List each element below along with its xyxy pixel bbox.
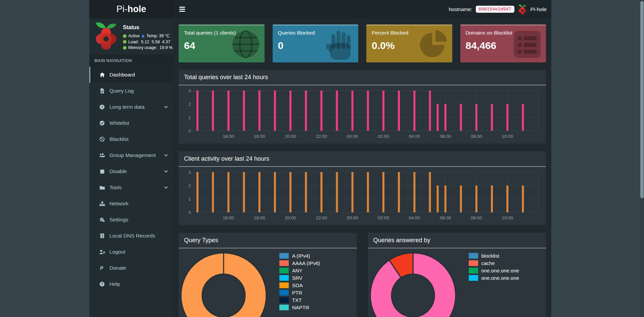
legend-item[interactable]: PTR — [279, 290, 320, 296]
address-book-icon — [98, 233, 106, 239]
sidebar-item-dashboard[interactable]: Dashboard — [89, 67, 173, 83]
navbar: hostname: 666154e2d947 Pi-hole — [173, 0, 551, 18]
sidebar-item-label: Network — [109, 201, 129, 207]
legend-item[interactable]: AAAA (IPv6) — [279, 260, 320, 266]
sidebar-item-disable[interactable]: Disable — [89, 163, 173, 179]
sidebar-item-group-management[interactable]: Group Management — [89, 147, 173, 163]
legend-item[interactable]: one.one.one.one — [469, 268, 519, 273]
legend-color-swatch — [279, 297, 289, 303]
card-domains-on-blocklist: Domains on Blocklist84,466 — [460, 24, 546, 62]
legend-item[interactable]: A (IPv4) — [279, 253, 320, 259]
raspberry-logo-icon — [518, 4, 527, 15]
legend-label: SRV — [292, 275, 303, 281]
pie-icon — [418, 29, 449, 61]
legend-item[interactable]: one.one.one.one — [469, 275, 519, 281]
legend-item[interactable]: blocklist — [469, 253, 519, 259]
status-line-load: Load: 5.12 5.58 4.37 — [123, 40, 173, 44]
legend-item[interactable]: SRV — [279, 275, 320, 281]
svg-text:3: 3 — [188, 88, 191, 93]
legend-item[interactable]: cache — [469, 260, 519, 266]
legend-item[interactable]: SOA — [279, 282, 320, 288]
sidebar-item-label: Local DNS Records — [109, 233, 155, 239]
clients-over-time-chart[interactable]: 012316:0018:0020:0022:0000:0002:0004:000… — [183, 169, 541, 222]
sidebar-item-settings[interactable]: Settings — [89, 212, 173, 228]
legend-item[interactable]: TXT — [279, 297, 320, 303]
svg-text:04:00: 04:00 — [409, 215, 420, 220]
legend-color-swatch — [279, 282, 289, 288]
app-logo[interactable]: Pi-hole — [89, 0, 173, 18]
legend-label: one.one.one.one — [481, 275, 519, 281]
users-icon — [98, 153, 106, 158]
panel-title: Query Types — [179, 233, 357, 248]
legend-color-swatch — [469, 275, 478, 281]
svg-text:18:00: 18:00 — [254, 215, 265, 220]
top-navbar: Pi-hole hostname: 666154e2d947 Pi-hole — [89, 0, 551, 18]
legend-label: TXT — [292, 297, 302, 303]
sidebar-item-logout[interactable]: Logout — [89, 244, 173, 260]
sidebar-item-label: Disable — [109, 168, 127, 174]
chevron-down-icon — [164, 154, 168, 157]
legend-color-swatch — [279, 260, 289, 266]
legend-item[interactable]: ANY — [279, 268, 320, 273]
legend-label: one.one.one.one — [481, 268, 519, 273]
scrollbar-thumb[interactable] — [640, 1, 644, 198]
question-icon: ? — [98, 281, 106, 287]
hostname-label: hostname: — [449, 6, 472, 12]
svg-text:06:00: 06:00 — [440, 134, 451, 139]
sidebar-item-label: Dashboard — [109, 72, 135, 78]
sidebar-item-label: Long term data — [109, 104, 144, 110]
app-box: Pi-hole hostname: 666154e2d947 Pi-hole — [89, 0, 551, 317]
sidebar-item-local-dns-records[interactable]: Local DNS Records — [89, 228, 173, 244]
green-status-dot-icon — [123, 40, 127, 44]
ban-icon — [98, 137, 106, 142]
svg-text:16:00: 16:00 — [223, 134, 234, 139]
svg-text:1: 1 — [188, 197, 191, 202]
paypal-icon: P — [98, 265, 106, 271]
sidebar-item-tools[interactable]: Tools — [89, 179, 173, 196]
green-status-dot-icon — [123, 34, 127, 38]
legend-label: PTR — [292, 290, 302, 296]
sitemap-icon — [98, 201, 106, 206]
legend-label: NAPTR — [292, 305, 309, 310]
legend-color-swatch — [279, 253, 289, 259]
sidebar-item-label: Donate — [109, 265, 126, 271]
legend-item[interactable]: NAPTR — [279, 305, 320, 310]
status-panel: Status Active Temp: 39 °C Load: 5.12 5.5… — [89, 18, 173, 55]
sidebar-item-donate[interactable]: PDonate — [89, 260, 173, 276]
sidebar-item-network[interactable]: Network — [89, 196, 173, 212]
page-scrollbar[interactable] — [640, 0, 644, 317]
sidebar-item-whitelist[interactable]: Whitelist — [89, 115, 173, 131]
chevron-down-icon — [164, 106, 168, 108]
query-types-panel: Query Types A (IPv4)AAAA (IPv6)ANYSRVSOA… — [179, 233, 357, 317]
queries-over-time-chart[interactable]: 012316:0018:0020:0022:0000:0002:0004:000… — [183, 87, 541, 141]
sidebar-item-long-term-data[interactable]: Long term data — [89, 99, 173, 115]
panel-title: Queries answered by — [368, 233, 546, 248]
sidebar-item-query-log[interactable]: Query Log — [89, 83, 173, 99]
legend-color-swatch — [279, 275, 289, 281]
sidebar-item-blacklist[interactable]: Blacklist — [89, 131, 173, 147]
sidebar-item-label: Query Log — [109, 88, 134, 94]
legend-color-swatch — [469, 268, 478, 273]
legend-color-swatch — [279, 290, 289, 296]
sidebar-item-help[interactable]: ?Help — [89, 276, 173, 292]
legend-color-swatch — [469, 253, 478, 259]
query-types-donut-chart[interactable] — [179, 248, 356, 317]
file-icon — [98, 88, 106, 94]
sidebar-toggle-button[interactable] — [173, 0, 191, 18]
hand-icon — [324, 29, 355, 62]
legend-color-swatch — [279, 305, 289, 310]
svg-text:08:00: 08:00 — [471, 215, 482, 220]
sidebar-item-label: Tools — [109, 184, 122, 191]
user-times-icon — [98, 249, 106, 255]
brand-name: Pi-hole — [531, 6, 547, 12]
svg-text:00:00: 00:00 — [347, 134, 358, 139]
legend-color-swatch — [469, 260, 478, 266]
svg-text:16:00: 16:00 — [223, 215, 234, 220]
status-line-active: Active Temp: 39 °C — [123, 34, 173, 38]
svg-text:0: 0 — [188, 210, 191, 215]
chevron-down-icon — [164, 186, 168, 189]
queries-over-time-panel: Total queries over last 24 hours 012316:… — [179, 70, 546, 144]
svg-text:0: 0 — [188, 128, 191, 134]
legend-label: SOA — [292, 282, 303, 288]
stop-icon — [98, 169, 106, 174]
